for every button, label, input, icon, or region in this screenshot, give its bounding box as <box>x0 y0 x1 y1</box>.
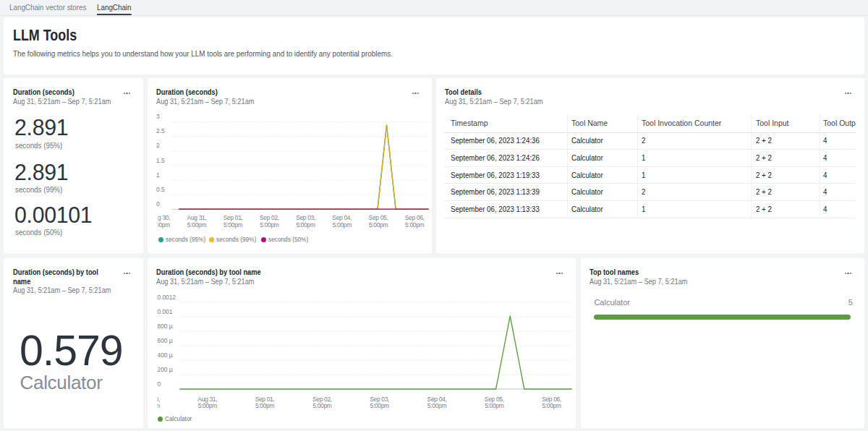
table-column-divider <box>751 114 752 218</box>
y-axis-label: 0.001 <box>157 308 172 315</box>
x-axis-label: 5:00pm <box>312 402 332 409</box>
table-header-divider <box>444 132 856 133</box>
x-axis-label: Sep 01, <box>255 396 274 403</box>
y-axis-label: 2.5 <box>156 127 165 135</box>
table-cell: 2 + 2 <box>756 171 772 179</box>
table-cell: 2 + 2 <box>756 153 772 162</box>
x-axis-label: Aug 30, <box>148 396 160 403</box>
series-line <box>179 125 432 209</box>
panel-time-range: Aug 31, 5:21am – Sep 7, 5:21am <box>13 97 111 106</box>
y-axis-label: 0.0012 <box>157 294 176 301</box>
x-axis-label: Sep 01, <box>223 214 242 221</box>
legend-series-dot <box>209 237 214 242</box>
ellipsis-icon[interactable] <box>124 273 130 274</box>
ellipsis-icon[interactable] <box>124 93 130 94</box>
panel-time-range: Aug 31, 5:21am – Sep 7, 5:21am <box>590 277 687 286</box>
x-axis-label: Sep 05, <box>484 396 503 403</box>
table-cell: 4 <box>823 136 827 145</box>
x-axis-label: 5:00pm <box>427 402 446 409</box>
table-cell: September 06, 2023 1:13:33 <box>451 205 540 213</box>
table-column-divider <box>820 114 820 218</box>
x-axis-label: 5:00pm <box>255 402 274 409</box>
ellipsis-icon[interactable] <box>845 273 851 274</box>
x-axis-label: 5:00pm <box>542 402 561 409</box>
page-header: LLM Tools The following metrics helps yo… <box>4 17 864 74</box>
stat-label: Calculator <box>20 373 103 392</box>
timeseries-chart: 0200 µ400 µ600 µ800 µ0.0010.0012Aug 30,5… <box>148 258 576 428</box>
gauge-bar-value: 5 <box>848 298 853 307</box>
table-column-header[interactable]: Tool Name <box>571 119 608 127</box>
y-axis-label: 2 <box>156 142 160 149</box>
stat-value: 0.00101 <box>14 204 92 227</box>
table-cell: 1 <box>642 153 645 162</box>
table-cell: Calculator <box>571 171 603 179</box>
timeseries-chart: 00.511.522.53Aug 30,5:00pmAug 31,5:00pmS… <box>148 78 433 253</box>
panel-duration-stat: Duration (seconds) Aug 31, 5:21am – Sep … <box>4 78 143 253</box>
x-axis-label: 5:00pm <box>405 221 425 229</box>
stat-value: 0.579 <box>20 330 123 372</box>
stat-label: seconds (99%) <box>15 185 62 194</box>
x-axis-label: Sep 02, <box>312 396 331 403</box>
legend-series-dot <box>261 237 266 242</box>
table-cell: 2 <box>642 187 645 196</box>
table-cell: Calculator <box>571 136 603 145</box>
y-axis-label: 200 µ <box>157 366 172 373</box>
y-axis-label: 0.5 <box>156 186 165 193</box>
x-axis-label: 5:00pm <box>187 221 206 229</box>
table-column-divider <box>567 114 568 218</box>
table-row-divider <box>444 183 856 184</box>
legend-item[interactable]: Calculator <box>158 416 195 422</box>
y-axis-label: 600 µ <box>157 337 172 344</box>
legend-item[interactable]: seconds (99%) <box>209 236 260 243</box>
y-axis-label: 0 <box>157 380 161 388</box>
menu-dot <box>126 273 127 274</box>
legend-item[interactable]: seconds (95%) <box>158 236 209 243</box>
legend-series-label: seconds (50%) <box>268 236 308 243</box>
x-axis-label: 5:00pm <box>150 221 170 229</box>
table-cell: 4 <box>823 205 827 213</box>
x-axis-label: 5:00pm <box>332 221 352 229</box>
table-cell: 2 + 2 <box>756 187 772 196</box>
legend-series-label: seconds (95%) <box>166 236 205 243</box>
panel-title: Top tool names <box>590 268 639 277</box>
table-column-header[interactable]: Tool Input <box>756 119 789 127</box>
x-axis-label: 5:00pm <box>148 402 160 409</box>
table-column-header[interactable]: Timestamp <box>451 119 488 127</box>
panel-duration-chart: Duration (seconds) Aug 31, 5:21am – Sep … <box>148 78 433 253</box>
x-axis-label: Aug 31, <box>187 214 206 221</box>
panel-duration-by-tool-stat: Duration (seconds) by tool name Aug 31, … <box>4 258 143 428</box>
table-cell: 4 <box>823 171 827 179</box>
stat-label: seconds (95%) <box>15 141 62 150</box>
tab-langchain-vector-stores[interactable]: LangChain vector stores <box>9 0 86 15</box>
panel-tool-details: Tool details Aug 31, 5:21am – Sep 7, 5:2… <box>436 78 865 253</box>
y-axis-label: 0 <box>156 200 160 208</box>
table-row-divider <box>444 149 856 150</box>
table-cell: September 06, 2023 1:24:36 <box>451 136 540 145</box>
dashboard: LangChain vector stores LangChain LLM To… <box>0 0 868 431</box>
table-column-header[interactable]: Tool Invocation Counter <box>642 119 721 127</box>
legend-series-label: seconds (99%) <box>216 236 256 243</box>
table-cell: Calculator <box>571 187 603 196</box>
menu-dot <box>850 273 851 274</box>
table-column-header[interactable]: Tool Output <box>823 119 856 127</box>
table-cell: September 06, 2023 1:19:33 <box>451 171 540 179</box>
x-axis-label: Sep 03, <box>296 214 315 221</box>
legend-series-dot <box>158 417 163 422</box>
table-cell: September 06, 2023 1:13:39 <box>451 187 540 196</box>
table-cell: 1 <box>642 171 645 179</box>
table-cell: Calculator <box>571 205 603 213</box>
panel-top-tool-names: Top tool names Aug 31, 5:21am – Sep 7, 5… <box>581 258 865 428</box>
x-axis-label: 5:00pm <box>370 402 389 409</box>
y-axis-label: 800 µ <box>157 323 172 330</box>
x-axis-label: Aug 30, <box>150 214 170 221</box>
y-axis-label: 400 µ <box>157 351 172 359</box>
legend-item[interactable]: seconds (50%) <box>261 236 312 243</box>
page-title: LLM Tools <box>13 27 77 43</box>
x-axis-label: Aug 31, <box>197 396 217 403</box>
stat-value: 2.891 <box>14 116 68 140</box>
tab-langchain[interactable]: LangChain <box>97 0 131 15</box>
x-axis-label: 5:00pm <box>260 221 279 229</box>
x-axis-label: Sep 05, <box>368 214 388 221</box>
stat-label: seconds (50%) <box>15 228 62 236</box>
table-cell: Calculator <box>571 153 603 162</box>
